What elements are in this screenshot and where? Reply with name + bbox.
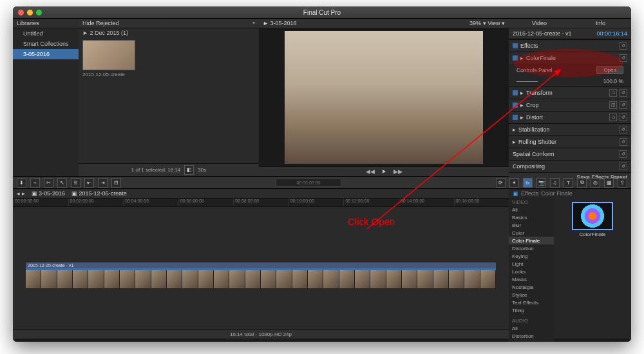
cat-color[interactable]: Color bbox=[509, 229, 554, 237]
distort-enable-icon[interactable] bbox=[513, 115, 518, 120]
share-button[interactable]: ⇪ bbox=[618, 178, 627, 188]
cat-text-effects[interactable]: Text Effects bbox=[509, 299, 554, 306]
section-effects[interactable]: Effects↺ bbox=[509, 39, 631, 52]
cat-light[interactable]: Light bbox=[509, 260, 554, 268]
events-footer: 1 of 1 selected, 16:14 ◧ 30s bbox=[79, 163, 259, 176]
tools-button[interactable]: ✂ bbox=[44, 178, 53, 188]
section-reset-button[interactable]: ↺ bbox=[620, 150, 627, 158]
cat-tiling[interactable]: Tiling bbox=[509, 306, 554, 314]
cat-keying[interactable]: Keying bbox=[509, 252, 554, 260]
inspector-tab-info[interactable]: Info bbox=[570, 19, 631, 28]
timeline-ruler[interactable]: 00:00:00:00 00:02:00:00 00:04:00:00 00:0… bbox=[13, 199, 509, 207]
section-reset-button[interactable]: ↺ bbox=[620, 42, 627, 50]
timeline-tracks[interactable]: 2015-12-05-create - v1 bbox=[13, 207, 509, 329]
viewer-zoom[interactable]: 39% bbox=[469, 20, 481, 26]
cat-distortion[interactable]: Distortion bbox=[509, 244, 554, 252]
viewer-canvas[interactable] bbox=[285, 31, 483, 164]
param-percent-label: ––––––– bbox=[516, 78, 538, 84]
viewer-view-menu[interactable]: View bbox=[488, 20, 500, 26]
prev-frame-button[interactable]: ◀◀ bbox=[366, 168, 375, 175]
colorfinale-enable-icon[interactable] bbox=[513, 55, 518, 61]
cat-looks[interactable]: Looks bbox=[509, 268, 554, 275]
section-reset-button[interactable]: ↺ bbox=[620, 54, 627, 62]
retiming-button[interactable]: ⟳ bbox=[496, 178, 506, 188]
event-date-group[interactable]: ► 2 Dec 2015 (1) bbox=[79, 28, 259, 37]
play-button[interactable] bbox=[383, 168, 386, 175]
library-item-selected[interactable]: 3-05-2016 bbox=[13, 49, 79, 59]
section-reset-button[interactable]: ↺ bbox=[620, 113, 627, 121]
music-browser-button[interactable]: ♫ bbox=[550, 178, 560, 188]
event-clip-thumbnail[interactable] bbox=[82, 40, 135, 70]
section-colorfinale[interactable]: ▸ ColorFinale↺ bbox=[509, 52, 631, 64]
breadcrumb-project[interactable]: ▣ 2015-12-05-create bbox=[71, 190, 127, 197]
cat-color-finale[interactable]: Color Finale bbox=[509, 237, 554, 244]
section-reset-button[interactable]: ↺ bbox=[620, 89, 627, 97]
library-item-untitled[interactable]: Untitled bbox=[13, 28, 79, 39]
bottom-panes: ◂ ▸ ▣ 3-05-2016 ▣ 2015-12-05-create 00:0… bbox=[13, 189, 631, 339]
generators-browser-button[interactable]: ▦ bbox=[604, 178, 614, 188]
timecode-dashboard[interactable]: 00:00:00:00 bbox=[276, 178, 341, 187]
photos-browser-button[interactable]: 📷 bbox=[536, 178, 546, 188]
cat-masks[interactable]: Masks bbox=[509, 275, 554, 283]
connect-button[interactable]: ⎘ bbox=[71, 178, 80, 188]
timeline-history-button[interactable]: ◂ ▸ bbox=[17, 190, 25, 197]
events-appearance-button[interactable]: ◧ bbox=[184, 165, 194, 175]
section-transform[interactable]: ▸ Transform□↺ bbox=[509, 86, 631, 99]
effects-browser-button[interactable]: fx bbox=[523, 178, 533, 188]
inspector-tab-video[interactable]: Video bbox=[509, 19, 570, 28]
keyword-button[interactable]: ⌁ bbox=[30, 178, 40, 188]
import-button[interactable]: ⬇ bbox=[17, 178, 26, 188]
events-header[interactable]: Hide Rejected ▾ bbox=[79, 19, 259, 28]
inspector-timecode: 00:00:16:14 bbox=[596, 30, 627, 37]
section-reset-button[interactable]: ↺ bbox=[620, 101, 627, 109]
insert-button[interactable]: ⇤ bbox=[84, 178, 94, 188]
transitions-browser-button[interactable]: ⧉ bbox=[577, 178, 587, 188]
arrow-tool-button[interactable]: ↖ bbox=[57, 178, 67, 188]
library-item-smart-collections[interactable]: Smart Collections bbox=[13, 39, 79, 49]
section-reset-button[interactable]: ↺ bbox=[620, 162, 627, 170]
effects-enable-icon[interactable] bbox=[513, 43, 518, 48]
crop-tool-button[interactable]: ◫ bbox=[609, 101, 617, 109]
distort-tool-button[interactable]: ◇ bbox=[609, 113, 617, 121]
cat-stylize[interactable]: Stylize bbox=[509, 291, 554, 299]
section-effects-label: Effects bbox=[520, 43, 538, 49]
transform-tool-button[interactable]: □ bbox=[609, 89, 617, 97]
enhance-button[interactable]: ✦ bbox=[509, 178, 519, 188]
transform-enable-icon[interactable] bbox=[513, 90, 518, 95]
event-clip-label: 2015-12-05-create bbox=[82, 72, 259, 77]
section-spatial-conform[interactable]: Spatial Conform↺ bbox=[509, 148, 631, 160]
append-button[interactable]: ⇥ bbox=[98, 178, 108, 188]
section-reset-button[interactable]: ↺ bbox=[620, 138, 627, 146]
effects-header-label: Effects bbox=[521, 190, 538, 197]
cat-audio-distortion[interactable]: Distortion bbox=[509, 332, 554, 340]
titles-browser-button[interactable]: T bbox=[564, 178, 573, 188]
section-stabilization[interactable]: ▸ Stabilization↺ bbox=[509, 123, 631, 135]
open-controls-panel-button[interactable]: Open bbox=[596, 66, 623, 74]
overwrite-button[interactable]: ⊟ bbox=[111, 178, 121, 188]
themes-browser-button[interactable]: ◎ bbox=[591, 178, 600, 188]
effects-body: VIDEO All Basics Blur Color Color Finale… bbox=[509, 198, 631, 342]
section-reset-button[interactable]: ↺ bbox=[620, 126, 627, 133]
cat-audio-all[interactable]: All bbox=[509, 324, 554, 332]
section-rolling-shutter[interactable]: ▸ Rolling Shutter↺ bbox=[509, 135, 631, 148]
section-distort[interactable]: ▸ Distort◇↺ bbox=[509, 111, 631, 123]
cat-basics[interactable]: Basics bbox=[509, 213, 554, 221]
section-compositing-label: Compositing bbox=[513, 163, 545, 170]
inspector-clip-header: 2015-12-05-create - v1 00:00:16:14 bbox=[509, 28, 631, 39]
timeline-clip[interactable]: 2015-12-05-create - v1 bbox=[26, 262, 496, 288]
timeline-panel: ◂ ▸ ▣ 3-05-2016 ▣ 2015-12-05-create 00:0… bbox=[13, 189, 509, 339]
next-frame-button[interactable]: ▶▶ bbox=[393, 168, 402, 175]
effects-subheader: ▣ Effects Color Finale bbox=[509, 189, 631, 198]
cat-nostalgia[interactable]: Nostalgia bbox=[509, 283, 554, 291]
cat-blur[interactable]: Blur bbox=[509, 221, 554, 229]
annotation-text: Click Open bbox=[348, 216, 395, 227]
section-compositing[interactable]: Compositing↺ bbox=[509, 160, 631, 172]
ruler-tick: 00:12:00:00 bbox=[343, 199, 399, 206]
events-duration-pill[interactable]: 30s bbox=[198, 167, 206, 173]
cat-audio-echo[interactable]: Echo bbox=[509, 340, 554, 342]
effect-thumbnail[interactable] bbox=[572, 202, 613, 230]
cat-all[interactable]: All bbox=[509, 206, 554, 213]
section-crop[interactable]: ▸ Crop◫↺ bbox=[509, 99, 631, 111]
crop-enable-icon[interactable] bbox=[513, 103, 518, 108]
breadcrumb-event[interactable]: ▣ 3-05-2016 bbox=[32, 190, 66, 197]
